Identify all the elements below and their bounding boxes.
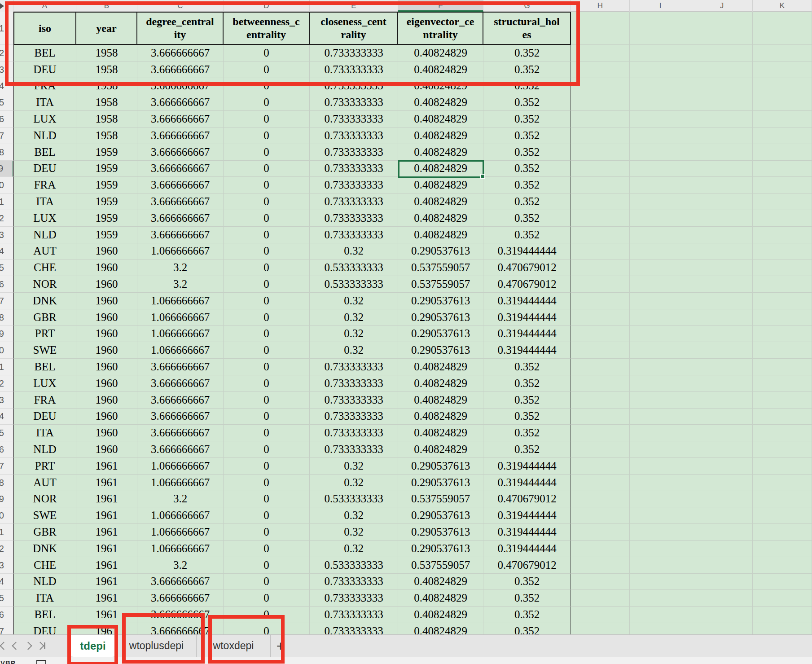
cell[interactable]: 1960 [76, 276, 137, 293]
cell[interactable] [571, 45, 630, 62]
cell[interactable]: 0.319444444 [483, 541, 571, 557]
cell[interactable]: NOR [13, 491, 76, 508]
column-letter-J[interactable]: J [691, 0, 753, 12]
column-letter-I[interactable]: I [630, 0, 691, 12]
cell[interactable] [571, 557, 630, 574]
cell[interactable]: LUX [13, 375, 76, 392]
cell[interactable] [691, 557, 753, 574]
cell[interactable] [753, 425, 812, 441]
row-header-26[interactable]: 26 [0, 441, 13, 458]
cell[interactable]: 0.40824829 [398, 193, 483, 210]
cell[interactable] [630, 574, 691, 590]
cell[interactable]: ITA [13, 193, 76, 210]
cell[interactable]: FRA [13, 392, 76, 409]
row-header-20[interactable]: 20 [0, 342, 13, 359]
cell[interactable] [571, 111, 630, 128]
cell[interactable] [630, 161, 691, 177]
cell[interactable]: 0 [224, 491, 310, 508]
cell[interactable]: 0.40824829 [398, 144, 483, 161]
empty-cell[interactable] [753, 12, 812, 45]
cell[interactable] [571, 276, 630, 293]
cell[interactable] [753, 259, 812, 276]
cell[interactable]: 1.066666667 [137, 541, 224, 557]
cell[interactable]: 0 [224, 62, 310, 78]
cell[interactable] [630, 590, 691, 607]
cell[interactable]: 1958 [76, 45, 137, 62]
cell[interactable]: 0.40824829 [398, 177, 483, 193]
cell[interactable]: 3.666666667 [137, 111, 224, 128]
cell[interactable] [691, 94, 753, 111]
cell[interactable]: 0.40824829 [398, 623, 483, 634]
cell[interactable]: 0.733333333 [310, 623, 398, 634]
cell[interactable]: 0.533333333 [310, 491, 398, 508]
cell[interactable]: 0 [224, 425, 310, 441]
cell[interactable]: 0.470679012 [483, 491, 571, 508]
cell[interactable]: 0.290537613 [398, 458, 483, 475]
cell[interactable]: 1.066666667 [137, 326, 224, 343]
cell[interactable]: 0.733333333 [310, 441, 398, 458]
cell[interactable]: 0.40824829 [398, 425, 483, 441]
cell[interactable] [571, 623, 630, 634]
cell[interactable] [753, 392, 812, 409]
cell[interactable]: 0.733333333 [310, 193, 398, 210]
cell[interactable]: 0.733333333 [310, 62, 398, 78]
cell[interactable]: 0 [224, 623, 310, 634]
cell[interactable] [571, 475, 630, 491]
cell[interactable]: 1958 [76, 78, 137, 95]
cell[interactable]: 0.733333333 [310, 144, 398, 161]
cell[interactable] [571, 193, 630, 210]
cell[interactable] [691, 193, 753, 210]
cell[interactable]: 1960 [76, 259, 137, 276]
cell[interactable]: BEL [13, 607, 76, 623]
cell[interactable]: BEL [13, 45, 76, 62]
cell[interactable] [571, 78, 630, 95]
cell[interactable]: 1.066666667 [137, 524, 224, 541]
cell[interactable]: 0 [224, 243, 310, 260]
cell[interactable]: 0.319444444 [483, 458, 571, 475]
cell[interactable] [753, 144, 812, 161]
row-header-27[interactable]: 27 [0, 458, 13, 475]
cell[interactable]: 0.32 [310, 524, 398, 541]
cell[interactable]: 0.40824829 [398, 161, 483, 177]
cell[interactable]: 0.40824829 [398, 441, 483, 458]
cell[interactable]: BEL [13, 359, 76, 375]
cell[interactable]: 0 [224, 144, 310, 161]
cell[interactable]: 3.666666667 [137, 590, 224, 607]
cell[interactable]: 0.352 [483, 128, 571, 144]
cell[interactable]: 0.40824829 [398, 590, 483, 607]
cell[interactable]: DEU [13, 623, 76, 634]
cell[interactable] [753, 458, 812, 475]
cell[interactable] [753, 161, 812, 177]
cell[interactable]: 3.666666667 [137, 359, 224, 375]
cell[interactable]: 0.290537613 [398, 541, 483, 557]
row-header-2[interactable]: 2 [0, 45, 13, 62]
cell[interactable] [691, 441, 753, 458]
cell[interactable]: 1.066666667 [137, 243, 224, 260]
cell[interactable]: 0.733333333 [310, 78, 398, 95]
cell[interactable] [630, 259, 691, 276]
cell[interactable]: NLD [13, 128, 76, 144]
cell[interactable] [753, 309, 812, 326]
row-header-16[interactable]: 16 [0, 276, 13, 293]
status-grid-icon[interactable] [36, 660, 46, 664]
cell[interactable]: 0.40824829 [398, 210, 483, 227]
cell[interactable] [753, 491, 812, 508]
cell[interactable]: GBR [13, 309, 76, 326]
empty-cell[interactable] [691, 12, 753, 45]
sheet-tab-wtoxdepi[interactable]: wtoxdepi [197, 635, 271, 657]
cell[interactable]: 0.733333333 [310, 161, 398, 177]
cell[interactable]: 1961 [76, 524, 137, 541]
row-header-5[interactable]: 5 [0, 94, 13, 111]
cell[interactable] [691, 607, 753, 623]
select-all-corner[interactable] [0, 0, 13, 12]
cell[interactable] [691, 574, 753, 590]
cell[interactable]: ITA [13, 590, 76, 607]
cell[interactable] [753, 441, 812, 458]
cell[interactable]: 0.32 [310, 243, 398, 260]
cell[interactable] [753, 557, 812, 574]
cell[interactable]: 1960 [76, 243, 137, 260]
cell[interactable]: CHE [13, 259, 76, 276]
cell[interactable]: 1960 [76, 441, 137, 458]
cell[interactable]: 0.319444444 [483, 507, 571, 524]
column-letter-B[interactable]: B [76, 0, 137, 12]
